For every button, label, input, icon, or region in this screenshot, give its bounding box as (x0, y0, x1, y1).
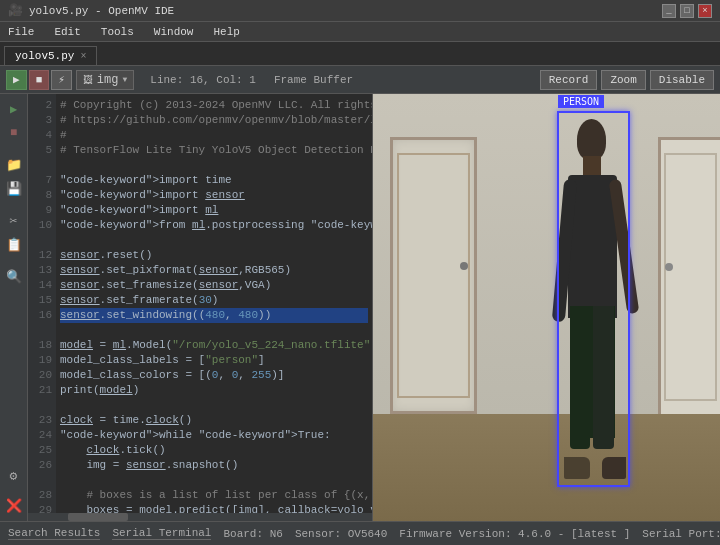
menu-bar: File Edit Tools Window Help (0, 22, 720, 42)
line-numbers: 2345789101213141516181920212324252628293… (28, 94, 56, 513)
tab-close-button[interactable]: × (80, 51, 86, 62)
code-editor[interactable]: 2345789101213141516181920212324252628293… (28, 94, 373, 521)
menu-tools[interactable]: Tools (97, 26, 138, 38)
copy-icon[interactable]: 📋 (3, 234, 25, 256)
img-selector-label: img (97, 73, 119, 87)
tab-label: yolov5.py (15, 50, 74, 62)
window-title: yolov5.py - OpenMV IDE (29, 5, 174, 17)
firmware-info: Firmware Version: 4.6.0 - [latest ] (399, 528, 630, 540)
code-content: 2345789101213141516181920212324252628293… (28, 94, 372, 513)
menu-edit[interactable]: Edit (50, 26, 84, 38)
serial-port-info: Serial Port: COM39 (642, 528, 720, 540)
tab-bar: yolov5.py × (0, 42, 720, 66)
title-bar: 🎥 yolov5.py - OpenMV IDE _ □ × (0, 0, 720, 22)
door-left (390, 137, 477, 415)
stop-icon[interactable]: ■ (3, 122, 25, 144)
run-icon[interactable]: ▶ (3, 98, 25, 120)
img-selector-arrow: ▼ (122, 75, 127, 84)
zoom-button[interactable]: Zoom (601, 70, 645, 90)
sidebar: ▶ ■ 📁 💾 ✂ 📋 🔍 ⚙ ❌ (0, 94, 28, 521)
detection-label: PERSON (558, 95, 604, 108)
sensor-info: Sensor: OV5640 (295, 528, 387, 540)
code-lines: # Copyright (c) 2013-2024 OpenMV LLC. Al… (56, 94, 372, 513)
board-info: Board: N6 (223, 528, 282, 540)
disable-button[interactable]: Disable (650, 70, 714, 90)
search-results[interactable]: Search Results (8, 527, 100, 540)
settings-icon[interactable]: ⚙ (3, 465, 25, 487)
door-handle-left (460, 262, 468, 270)
line-col-info: Line: 16, Col: 1 (144, 72, 262, 88)
menu-window[interactable]: Window (150, 26, 198, 38)
stop-button[interactable]: ■ (29, 70, 50, 90)
connect-button[interactable]: ⚡ (51, 70, 72, 90)
search-icon[interactable]: 🔍 (3, 266, 25, 288)
status-bar: Search Results Serial Terminal Board: N6… (0, 521, 720, 545)
menu-help[interactable]: Help (209, 26, 243, 38)
main-content: ▶ ■ 📁 💾 ✂ 📋 🔍 ⚙ ❌ 2345789101213141516181… (0, 94, 720, 521)
run-button[interactable]: ▶ (6, 70, 27, 90)
hscroll-thumb[interactable] (68, 513, 128, 521)
room-scene: PERSON (373, 94, 720, 521)
detection-box: PERSON (557, 111, 630, 487)
serial-terminal[interactable]: Serial Terminal (112, 527, 211, 540)
maximize-button[interactable]: □ (680, 4, 694, 18)
door-right (658, 137, 720, 415)
line-col-text: Line: 16, Col: 1 (150, 74, 256, 86)
close-button[interactable]: × (698, 4, 712, 18)
menu-file[interactable]: File (4, 26, 38, 38)
code-hscroll[interactable] (28, 513, 372, 521)
frame-buffer-view: PERSON (373, 94, 720, 521)
floor (373, 414, 720, 521)
folder-icon[interactable]: 📁 (3, 154, 25, 176)
tab-yolov5[interactable]: yolov5.py × (4, 46, 97, 65)
minimize-button[interactable]: _ (662, 4, 676, 18)
image-selector[interactable]: 🖼 img ▼ (76, 70, 134, 90)
record-button[interactable]: Record (540, 70, 598, 90)
toolbar: ▶ ■ ⚡ 🖼 img ▼ Line: 16, Col: 1 Frame Buf… (0, 66, 720, 94)
save-icon[interactable]: 💾 (3, 178, 25, 200)
title-controls: _ □ × (662, 4, 712, 18)
frame-buffer-label: Frame Buffer (274, 74, 353, 86)
error-icon: ❌ (3, 495, 25, 517)
cut-icon[interactable]: ✂ (3, 210, 25, 232)
